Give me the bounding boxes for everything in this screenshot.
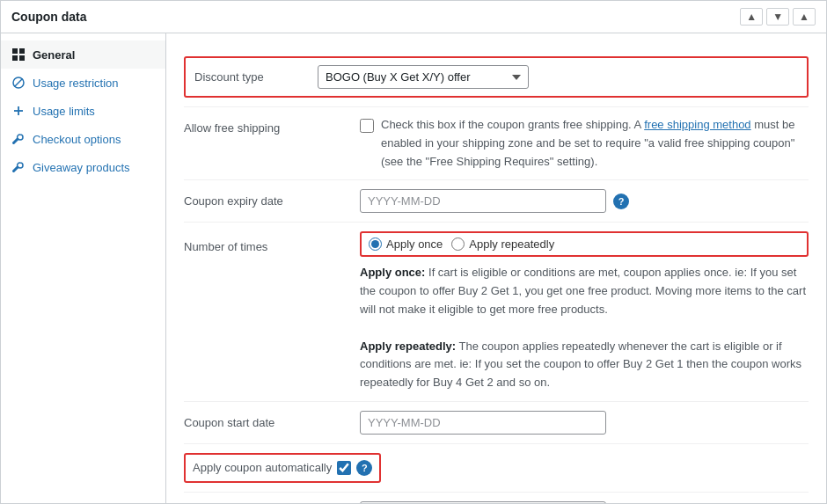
apply-coupon-help-icon[interactable]: ? bbox=[356, 460, 372, 476]
apply-once-option[interactable]: Apply once bbox=[369, 237, 443, 251]
apply-repeatedly-prefix: Apply repeatedly: bbox=[360, 340, 456, 353]
free-shipping-control: Check this box if the coupon grants free… bbox=[360, 116, 809, 171]
sidebar-label-giveaway-products: Giveaway products bbox=[33, 161, 130, 174]
circle-slash-icon bbox=[11, 76, 26, 90]
grid-icon bbox=[11, 47, 26, 62]
sidebar-item-checkout-options[interactable]: Checkout options bbox=[1, 125, 165, 153]
apply-desc: Apply once: If cart is eligible or condi… bbox=[360, 264, 809, 392]
number-of-times-label: Number of times bbox=[184, 231, 360, 253]
coupon-expiry-label: Coupon expiry date bbox=[184, 189, 360, 208]
sidebar: General Usage restriction Usage limits bbox=[1, 33, 166, 503]
discount-type-select[interactable]: BOGO (Buy X Get X/Y) offer Percentage di… bbox=[318, 65, 529, 89]
apply-coupon-row: Apply coupon automatically ? bbox=[184, 444, 809, 493]
collapse-up-button[interactable]: ▲ bbox=[740, 8, 763, 26]
free-shipping-description: Check this box if the coupon grants free… bbox=[381, 116, 809, 171]
coupon-start-date-label: Coupon start date bbox=[184, 411, 360, 429]
collapse-down-button[interactable]: ▼ bbox=[766, 8, 789, 26]
discount-type-control: BOGO (Buy X Get X/Y) offer Percentage di… bbox=[318, 65, 529, 89]
number-of-times-highlight: Apply once Apply repeatedly bbox=[360, 231, 809, 257]
title-bar: Coupon data ▲ ▼ ▲ bbox=[1, 1, 826, 33]
sidebar-label-usage-restriction: Usage restriction bbox=[33, 77, 119, 90]
apply-repeatedly-label: Apply repeatedly bbox=[469, 237, 554, 251]
sidebar-label-checkout-options: Checkout options bbox=[33, 133, 121, 146]
svg-rect-1 bbox=[19, 48, 25, 54]
number-of-times-row: Number of times Apply once Apply repeate… bbox=[184, 223, 809, 402]
free-shipping-label: Allow free shipping bbox=[184, 116, 360, 135]
expand-button[interactable]: ▲ bbox=[793, 8, 816, 26]
plus-icon bbox=[11, 104, 26, 118]
coupon-data-window: Coupon data ▲ ▼ ▲ General Usage restrict… bbox=[0, 0, 827, 504]
apply-once-desc-text: If cart is eligible or conditions are me… bbox=[360, 266, 806, 316]
apply-repeatedly-option[interactable]: Apply repeatedly bbox=[451, 237, 554, 251]
sidebar-item-usage-limits[interactable]: Usage limits bbox=[1, 97, 165, 125]
svg-rect-3 bbox=[19, 55, 25, 61]
coupon-expiry-control: ? bbox=[360, 189, 809, 213]
sidebar-label-usage-limits: Usage limits bbox=[33, 105, 95, 118]
sidebar-item-general[interactable]: General bbox=[1, 40, 165, 69]
display-coupon-row: Display coupon in ? bbox=[184, 493, 809, 503]
coupon-expiry-row: Coupon expiry date ? bbox=[184, 180, 809, 223]
display-coupon-label: Display coupon in bbox=[184, 501, 360, 503]
coupon-expiry-help-icon[interactable]: ? bbox=[613, 194, 629, 209]
window-title: Coupon data bbox=[11, 10, 87, 24]
number-of-times-content: Apply once Apply repeatedly Apply once: … bbox=[360, 231, 809, 392]
apply-coupon-label: Apply coupon automatically bbox=[193, 460, 332, 476]
apply-coupon-highlight-wrap: Apply coupon automatically ? bbox=[184, 453, 381, 483]
apply-once-prefix: Apply once: bbox=[360, 266, 425, 279]
wrench-icon-giveaway bbox=[11, 160, 26, 174]
apply-coupon-highlight: Apply coupon automatically ? bbox=[184, 453, 381, 483]
coupon-expiry-input[interactable] bbox=[360, 189, 606, 213]
display-coupon-input[interactable] bbox=[360, 501, 606, 503]
discount-type-highlight: Discount type BOGO (Buy X Get X/Y) offer… bbox=[184, 56, 809, 98]
free-shipping-row: Allow free shipping Check this box if th… bbox=[184, 107, 809, 180]
title-bar-controls: ▲ ▼ ▲ bbox=[740, 8, 816, 26]
apply-once-radio[interactable] bbox=[369, 237, 382, 251]
sidebar-item-giveaway-products[interactable]: Giveaway products bbox=[1, 153, 165, 181]
free-shipping-checkbox[interactable] bbox=[360, 119, 374, 133]
sidebar-label-general: General bbox=[33, 48, 75, 62]
svg-rect-0 bbox=[12, 48, 18, 54]
sidebar-item-usage-restriction[interactable]: Usage restriction bbox=[1, 69, 165, 97]
content-area: Discount type BOGO (Buy X Get X/Y) offer… bbox=[166, 33, 826, 503]
main-container: General Usage restriction Usage limits bbox=[1, 33, 826, 503]
wrench-icon-checkout bbox=[11, 132, 26, 146]
apply-coupon-checkbox[interactable] bbox=[337, 461, 351, 475]
free-shipping-link[interactable]: free shipping method bbox=[644, 118, 750, 131]
discount-type-label: Discount type bbox=[194, 70, 318, 84]
discount-type-row: Discount type BOGO (Buy X Get X/Y) offer… bbox=[184, 47, 809, 107]
coupon-start-date-row: Coupon start date bbox=[184, 402, 809, 444]
svg-line-5 bbox=[15, 79, 23, 87]
coupon-start-date-input[interactable] bbox=[360, 411, 606, 435]
apply-repeatedly-radio[interactable] bbox=[451, 237, 465, 251]
coupon-start-date-control bbox=[360, 411, 809, 435]
apply-once-label: Apply once bbox=[386, 237, 443, 251]
display-coupon-control: ? bbox=[360, 501, 809, 503]
svg-rect-2 bbox=[12, 55, 18, 61]
